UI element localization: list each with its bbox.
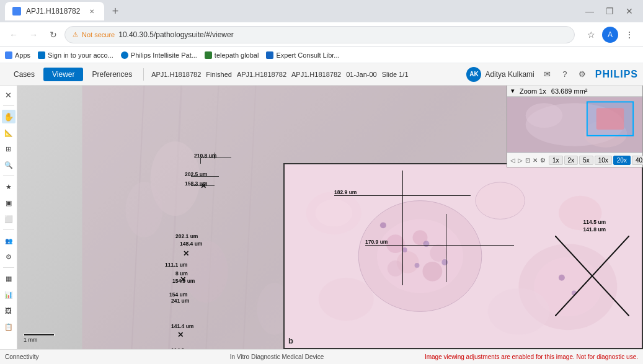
thumb-settings-icon[interactable]: ⚙ — [539, 154, 546, 166]
forward-button[interactable]: → — [25, 26, 42, 43]
bookmark-signin[interactable]: Sign in to your acco... — [38, 51, 113, 59]
thumb-prev-icon[interactable]: ◁ — [510, 154, 516, 166]
bookmark-apps[interactable]: Apps — [5, 51, 30, 59]
bookmark-expert-label: Expert Consult Libr... — [276, 51, 339, 59]
viewer-nav-button[interactable]: Viewer — [43, 68, 83, 81]
annotation-154: 154 um — [169, 291, 187, 298]
collapse-icon[interactable]: ▾ — [511, 87, 515, 95]
star-tool-button[interactable]: ★ — [2, 180, 16, 193]
active-tab[interactable]: APJ1.H1818782 ✕ — [5, 2, 104, 20]
bookmark-signin-label: Sign in to your acco... — [48, 51, 113, 59]
bookmark-telepath[interactable]: telepath global — [205, 51, 259, 59]
telepath-bookmark-icon — [205, 51, 212, 59]
svg-point-36 — [415, 263, 420, 268]
close-browser-button[interactable]: ✕ — [621, 2, 638, 20]
zoom-panel-content: 182.9 um 170.9 um 114.5 um 141.8 um — [285, 164, 642, 348]
restore-browser-button[interactable]: ❐ — [601, 2, 618, 20]
philips-bookmark-icon — [121, 51, 128, 59]
scale-bar-label: 1 mm — [24, 337, 38, 343]
x-cross-right — [555, 236, 629, 316]
bookmarks-bar: Apps Sign in to your acco... Philips Int… — [0, 47, 643, 63]
zoom-20x-button[interactable]: 20x — [613, 156, 631, 165]
user-avatar: AK — [466, 67, 481, 82]
thumb-next-icon[interactable]: ▷ — [517, 154, 523, 166]
annotation-148: 148.4 um — [180, 241, 202, 247]
settings-tool-button[interactable]: ⚙ — [2, 250, 16, 264]
meas-170-hline — [365, 245, 514, 246]
layer-tool-button[interactable]: ▣ — [2, 196, 16, 210]
thumbnail-body[interactable] — [507, 97, 642, 153]
slide-num: Slide 1/1 — [382, 71, 409, 78]
slide-viewer[interactable]: 210.8 um 202.5 um 158.3 um ✕ 202.1 um 14… — [17, 86, 643, 349]
x-marker-2: ✕ — [183, 249, 189, 258]
thumb-cross-icon[interactable]: ✕ — [532, 154, 538, 166]
slide-ref2: APJ1.H1818782 — [291, 71, 341, 78]
magnify-tool-button[interactable]: 🔍 — [2, 158, 16, 172]
zoom-2x-button[interactable]: 2x — [564, 156, 579, 165]
status-bar: Connectivity In Vitro Diagnostic Medical… — [0, 349, 643, 364]
zoom-1x-button[interactable]: 1x — [549, 156, 563, 165]
browser-menu-icon[interactable]: ⋮ — [621, 26, 638, 43]
address-text: 10.40.30.5/pathologysuite/#/viewer — [118, 30, 233, 39]
x-marker-3: ✕ — [180, 275, 186, 284]
help-icon[interactable]: ? — [558, 68, 572, 81]
back-button[interactable]: ← — [5, 26, 22, 43]
scale-bar: 1 mm — [24, 334, 55, 343]
bookmark-philips-label: Philips Intellisite Pat... — [131, 51, 197, 59]
not-secure-label: Not secure — [82, 31, 115, 38]
meas-170-label: 170.9 um — [365, 239, 388, 245]
bookmark-philips[interactable]: Philips Intellisite Pat... — [121, 51, 197, 59]
zoom-panel-b[interactable]: 182.9 um 170.9 um 114.5 um 141.8 um — [283, 163, 643, 349]
bookmark-telepath-label: telepath global — [215, 51, 259, 59]
slide-info: APJ1.H1818782 Finished APJ1.H1818782 APJ… — [151, 71, 408, 78]
screen-tool-button[interactable]: ⬜ — [2, 212, 16, 226]
tab-favicon — [12, 7, 21, 16]
report-tool-button[interactable]: 📋 — [2, 320, 16, 334]
bookmark-star-icon[interactable]: ☆ — [582, 26, 600, 43]
cases-nav-button[interactable]: Cases — [5, 68, 43, 81]
profile-icon[interactable]: A — [602, 27, 618, 43]
grid2-tool-button[interactable]: ▦ — [2, 272, 16, 285]
address-bar[interactable]: ⚠ Not secure 10.40.30.5/pathologysuite/#… — [64, 26, 575, 43]
chart-tool-button[interactable]: 📊 — [2, 288, 16, 301]
image-tool-button[interactable]: 🖼 — [2, 304, 16, 317]
pan-tool-button[interactable]: ✋ — [2, 110, 16, 123]
new-tab-button[interactable]: + — [107, 2, 124, 20]
device-status: In Vitro Diagnostic Medical Device — [129, 353, 425, 360]
svg-point-32 — [488, 288, 549, 335]
connectivity-status: Connectivity — [5, 353, 129, 360]
minimize-browser-button[interactable]: — — [581, 2, 598, 20]
notification-icon[interactable]: ✉ — [541, 68, 554, 81]
thumb-home-icon[interactable]: ⊡ — [525, 154, 531, 166]
svg-point-12 — [526, 103, 562, 128]
svg-point-18 — [377, 219, 463, 293]
tab-close-button[interactable]: ✕ — [87, 6, 97, 16]
preferences-nav-button[interactable]: Preferences — [83, 68, 141, 81]
ruler-tool-button[interactable]: 📐 — [2, 126, 16, 140]
bookmark-expert[interactable]: Expert Consult Libr... — [266, 51, 339, 59]
users-tool-button[interactable]: 👥 — [2, 234, 16, 247]
slide-background: 210.8 um 202.5 um 158.3 um ✕ 202.1 um 14… — [17, 86, 643, 349]
zoom-10x-button[interactable]: 10x — [595, 156, 612, 165]
signin-bookmark-icon — [38, 51, 45, 59]
diagnostic-warning: Image viewing adjustments are enabled fo… — [425, 353, 638, 360]
reload-button[interactable]: ↻ — [45, 26, 62, 43]
zoom-5x-button[interactable]: 5x — [579, 156, 593, 165]
user-info: AK Aditya Kulkami — [466, 67, 534, 82]
annotation-111: 111.1 um — [165, 262, 187, 268]
diagnostic-label: Image viewing adjustments are enabled fo… — [425, 353, 638, 360]
measure-vline-210b — [200, 158, 201, 164]
zoom-40x-button[interactable]: 40x — [632, 156, 643, 165]
tool-separator-2 — [3, 175, 14, 176]
tool-separator-3 — [3, 229, 14, 230]
svg-rect-15 — [596, 108, 624, 130]
apps-bookmark-icon — [5, 51, 12, 59]
close-tool-button[interactable]: ✕ — [2, 88, 16, 102]
annotation-154b: 241 um — [171, 298, 189, 304]
thumbnail-toolbar: ◁ ▷ ⊡ ✕ ⚙ 1x 2x 5x 10x 20x 40x — [507, 153, 642, 167]
expert-bookmark-icon — [266, 51, 273, 59]
settings-nav-icon[interactable]: ⚙ — [575, 68, 589, 81]
grid-tool-button[interactable]: ⊞ — [2, 142, 16, 156]
thumbnail-svg — [507, 97, 642, 153]
slide-status: Finished — [206, 71, 232, 78]
